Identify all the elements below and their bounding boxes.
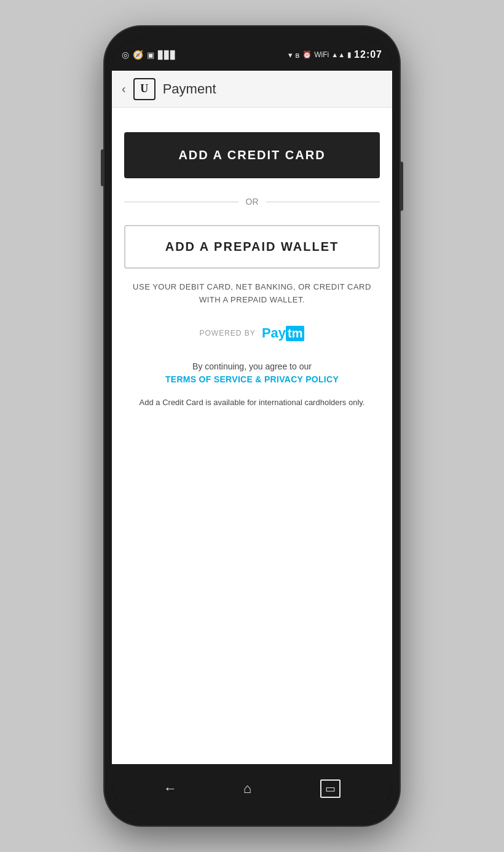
- or-divider: OR: [124, 197, 380, 207]
- flipboard-icon: ▣: [147, 50, 154, 60]
- back-nav-icon: ←: [163, 781, 177, 797]
- bars-icon: ▊▊▊: [158, 50, 176, 60]
- or-line-left: [124, 202, 238, 202]
- recents-nav-icon: ▭: [320, 779, 341, 798]
- app-bar: ‹ U Payment: [112, 71, 392, 108]
- powered-by-row: POWERED BY Paytm: [200, 325, 305, 341]
- paytm-logo: Paytm: [262, 325, 305, 341]
- signal-icon: ▲▲: [331, 51, 345, 58]
- or-line-right: [266, 202, 380, 202]
- status-icons-left: ◎ 🧭 ▣ ▊▊▊: [122, 50, 176, 60]
- alarm-icon: ⏰: [302, 50, 312, 59]
- location-icon: ▾: [288, 50, 293, 60]
- recents-nav-button[interactable]: ▭: [305, 773, 353, 804]
- bottom-nav: ← ⌂ ▭: [112, 764, 392, 813]
- uber-logo: U: [133, 78, 156, 100]
- paytm-tm-text: tm: [286, 326, 304, 341]
- home-nav-icon: ⌂: [243, 781, 251, 797]
- battery-icon: ▮: [347, 50, 352, 59]
- home-nav-button[interactable]: ⌂: [231, 775, 264, 803]
- phone-screen: ◎ 🧭 ▣ ▊▊▊ ▾ ʙ ⏰ WiFi ▲▲ ▮ 12:07 ‹ U Paym…: [112, 39, 392, 813]
- terms-section: By continuing, you agree to our TERMS OF…: [153, 360, 351, 384]
- crosshair-icon: ◎: [122, 50, 129, 60]
- add-credit-card-button[interactable]: ADD A CREDIT CARD: [124, 132, 380, 178]
- add-credit-card-label: ADD A CREDIT CARD: [178, 148, 325, 162]
- status-bar: ◎ 🧭 ▣ ▊▊▊ ▾ ʙ ⏰ WiFi ▲▲ ▮ 12:07: [112, 39, 392, 71]
- add-wallet-button[interactable]: ADD A PREPAID WALLET: [124, 225, 380, 269]
- phone-device: ◎ 🧭 ▣ ▊▊▊ ▾ ʙ ⏰ WiFi ▲▲ ▮ 12:07 ‹ U Paym…: [104, 26, 400, 826]
- or-text: OR: [246, 197, 259, 207]
- status-icons-right: ▾ ʙ ⏰ WiFi ▲▲ ▮ 12:07: [288, 49, 382, 60]
- terms-link[interactable]: TERMS OF SERVICE & PRIVACY POLICY: [165, 374, 339, 384]
- browser-icon: 🧭: [133, 50, 143, 60]
- powered-by-label: POWERED BY: [200, 329, 256, 337]
- main-content: ADD A CREDIT CARD OR ADD A PREPAID WALLE…: [112, 108, 392, 764]
- terms-prefix-text: By continuing, you agree to our: [192, 361, 312, 371]
- add-wallet-label: ADD A PREPAID WALLET: [165, 240, 339, 253]
- wifi-icon: WiFi: [314, 50, 329, 59]
- bluetooth-icon: ʙ: [295, 50, 300, 60]
- page-title: Payment: [163, 81, 216, 97]
- status-time: 12:07: [354, 49, 382, 60]
- wallet-description: USE YOUR DEBIT CARD, NET BANKING, OR CRE…: [124, 281, 380, 307]
- back-nav-button[interactable]: ←: [151, 775, 189, 803]
- international-note: Add a Credit Card is available for inter…: [133, 396, 371, 409]
- paytm-pay-text: Pay: [262, 325, 286, 341]
- back-button[interactable]: ‹: [122, 82, 126, 96]
